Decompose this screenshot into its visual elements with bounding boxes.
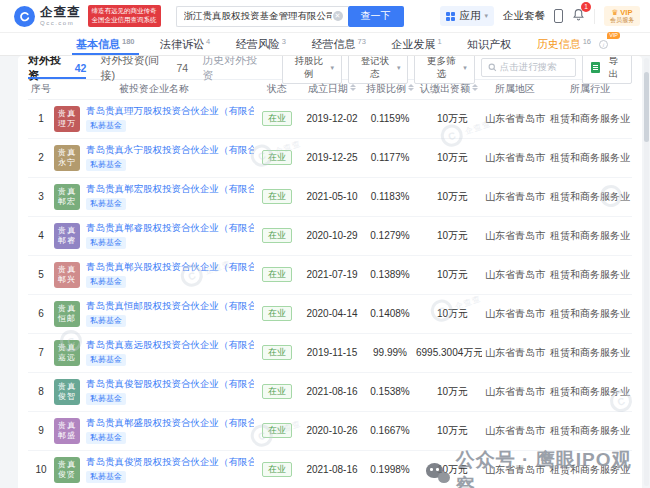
row-amount: 10万元 bbox=[416, 372, 482, 411]
row-region: 山东省青岛市 bbox=[482, 411, 548, 450]
row-seq: 3 bbox=[28, 177, 54, 216]
tab-operation-info[interactable]: 经营信息73 bbox=[308, 33, 370, 55]
private-fund-tag: 私募基金 bbox=[86, 120, 126, 132]
company-name-link[interactable]: 青岛贵真嘉远股权投资合伙企业（有限合伙） bbox=[86, 339, 254, 352]
row-date: 2021-08-16 bbox=[300, 372, 364, 411]
row-region: 山东省青岛市 bbox=[482, 99, 548, 138]
qcc-logo[interactable]: 企查查 Qcc.com bbox=[14, 6, 81, 27]
row-date: 2020-04-14 bbox=[300, 294, 364, 333]
clear-search-icon[interactable]: ✕ bbox=[333, 11, 343, 21]
company-search-input[interactable] bbox=[176, 6, 348, 27]
row-seq: 4 bbox=[28, 216, 54, 255]
apps-menu-button[interactable]: 应用 ▾ bbox=[440, 6, 494, 26]
subtab-indirect-investment[interactable]: 对外投资(间接)74 bbox=[100, 56, 188, 79]
brand-name: 企查查 bbox=[40, 6, 81, 19]
registration-status-filter[interactable]: 登记状态▾ bbox=[348, 52, 408, 84]
company-name-link[interactable]: 青岛贵真俊智股权投资合伙企业（有限合伙） bbox=[86, 378, 254, 391]
subtab-historical-investment[interactable]: 历史对外投资 bbox=[202, 56, 268, 79]
row-industry: 租赁和商务服务业 bbox=[548, 333, 632, 372]
row-industry: 租赁和商务服务业 bbox=[548, 216, 632, 255]
notification-badge: 1 bbox=[581, 2, 591, 12]
col-amount[interactable]: 认缴出资额 bbox=[416, 80, 482, 99]
mobile-app-icon[interactable] bbox=[554, 9, 563, 23]
col-pct[interactable]: 持股比例 bbox=[364, 80, 416, 99]
table-row: 6 贵真恒邮 青岛贵真恒邮股权投资合伙企业（有限合伙） 私募基金 在业 2020… bbox=[28, 294, 632, 333]
sort-icon[interactable] bbox=[472, 84, 478, 91]
company-name-link[interactable]: 青岛贵真恒邮股权投资合伙企业（有限合伙） bbox=[86, 300, 254, 313]
row-amount: 10万元 bbox=[416, 177, 482, 216]
vip-service-button[interactable]: ♛ VIP 会员服务 bbox=[604, 6, 640, 26]
search-box: ✕ 查一下 bbox=[176, 6, 404, 27]
tab-intellectual-property[interactable]: 知识产权 bbox=[463, 33, 515, 55]
divider bbox=[594, 9, 595, 24]
holding-ratio-filter[interactable]: 持股比例▾ bbox=[282, 52, 342, 84]
status-badge: 在业 bbox=[262, 228, 292, 244]
enterprise-package-link[interactable]: 企业套餐 bbox=[503, 9, 545, 23]
row-date: 2019-11-15 bbox=[300, 333, 364, 372]
row-date: 2019-12-25 bbox=[300, 138, 364, 177]
row-date: 2019-12-02 bbox=[300, 99, 364, 138]
chevron-down-icon: ▾ bbox=[397, 64, 401, 72]
row-pct: 0.1279% bbox=[364, 216, 416, 255]
company-name-link[interactable]: 青岛贵真永宁股权投资合伙企业（有限合伙） bbox=[86, 144, 254, 157]
crown-icon: ♛ VIP bbox=[610, 8, 634, 17]
table-search-input[interactable]: 点击进行搜索 bbox=[481, 58, 577, 77]
search-button[interactable]: 查一下 bbox=[348, 6, 404, 27]
info-icon: i bbox=[599, 40, 608, 49]
slogan-banner: 缔造有远见的商业传奇 全国企业信用查询系统 bbox=[88, 5, 161, 27]
sort-icon[interactable] bbox=[408, 84, 414, 91]
company-name-link[interactable]: 青岛贵真郸兴股权投资合伙企业（有限合伙） bbox=[86, 261, 254, 274]
company-logo: 贵真理万 bbox=[54, 106, 80, 132]
table-row: 7 贵真嘉远 青岛贵真嘉远股权投资合伙企业（有限合伙） 私募基金 在业 2019… bbox=[28, 333, 632, 372]
company-logo: 贵真嘉远 bbox=[54, 340, 80, 366]
row-region: 山东省青岛市 bbox=[482, 177, 548, 216]
row-region: 山东省青岛市 bbox=[482, 333, 548, 372]
company-name-link[interactable]: 青岛贵真理万股权投资合伙企业（有限合伙） bbox=[86, 105, 254, 118]
table-row: 9 贵真郸盛 青岛贵真郸盛股权投资合伙企业（有限合伙） 私募基金 在业 2020… bbox=[28, 411, 632, 450]
tab-operation-risk[interactable]: 经营风险3 bbox=[232, 33, 290, 55]
table-row: 2 贵真永宁 青岛贵真永宁股权投资合伙企业（有限合伙） 私募基金 在业 2019… bbox=[28, 138, 632, 177]
tab-company-development[interactable]: 企业发展1 bbox=[387, 33, 445, 55]
row-amount: 6995.3004万元 bbox=[416, 333, 482, 372]
company-name-link[interactable]: 青岛贵真俊贤股权投资合伙企业（有限合伙） bbox=[86, 456, 254, 469]
chevron-down-icon: ▾ bbox=[331, 64, 335, 72]
vertical-scrollbar[interactable] bbox=[644, 58, 649, 486]
row-industry: 租赁和商务服务业 bbox=[548, 138, 632, 177]
notification-bell[interactable]: 1 bbox=[572, 7, 585, 25]
row-date: 2021-05-10 bbox=[300, 177, 364, 216]
row-pct: 0.1998% bbox=[364, 450, 416, 488]
subtab-outbound-investment[interactable]: 对外投资42 bbox=[28, 56, 86, 79]
status-badge: 在业 bbox=[262, 462, 292, 478]
brand-domain: Qcc.com bbox=[40, 20, 81, 26]
col-date[interactable]: 成立日期 bbox=[300, 80, 364, 99]
slogan-line2: 全国企业信用查询系统 bbox=[92, 16, 157, 25]
export-button[interactable]: 导出 bbox=[582, 52, 632, 84]
row-industry: 租赁和商务服务业 bbox=[548, 450, 632, 488]
investment-table-body: 1 贵真理万 青岛贵真理万股权投资合伙企业（有限合伙） 私募基金 在业 2019… bbox=[28, 99, 632, 488]
row-region: 山东省青岛市 bbox=[482, 216, 548, 255]
row-region: 山东省青岛市 bbox=[482, 294, 548, 333]
company-logo: 贵真俊贤 bbox=[54, 457, 80, 483]
row-amount: 10万元 bbox=[416, 411, 482, 450]
row-amount: 10万元 bbox=[416, 216, 482, 255]
sort-icon[interactable] bbox=[350, 84, 356, 91]
qcc-logo-icon bbox=[14, 6, 35, 27]
company-name-link[interactable]: 青岛贵真郸盛股权投资合伙企业（有限合伙） bbox=[86, 417, 254, 430]
company-logo: 贵真郸睿 bbox=[54, 223, 80, 249]
more-filters-button[interactable]: 更多筛选▾ bbox=[414, 52, 474, 84]
private-fund-tag: 私募基金 bbox=[86, 276, 126, 288]
row-amount: 10万元 bbox=[416, 99, 482, 138]
table-row: 3 贵真郸宏 青岛贵真郸宏股权投资合伙企业（有限合伙） 私募基金 在业 2021… bbox=[28, 177, 632, 216]
status-badge: 在业 bbox=[262, 384, 292, 400]
scrollbar-thumb[interactable] bbox=[644, 72, 649, 142]
row-seq: 10 bbox=[28, 450, 54, 488]
row-region: 山东省青岛市 bbox=[482, 138, 548, 177]
company-name-link[interactable]: 青岛贵真郸宏股权投资合伙企业（有限合伙） bbox=[86, 183, 254, 196]
row-date: 2021-07-19 bbox=[300, 255, 364, 294]
tab-legal-litigation[interactable]: 法律诉讼4 bbox=[156, 33, 214, 55]
status-badge: 在业 bbox=[262, 306, 292, 322]
row-industry: 租赁和商务服务业 bbox=[548, 411, 632, 450]
tab-history-info[interactable]: 历史信息16 VIP i bbox=[533, 33, 612, 55]
tab-basic-info[interactable]: 基本信息180 bbox=[72, 33, 139, 55]
company-name-link[interactable]: 青岛贵真郸睿股权投资合伙企业（有限合伙） bbox=[86, 222, 254, 235]
